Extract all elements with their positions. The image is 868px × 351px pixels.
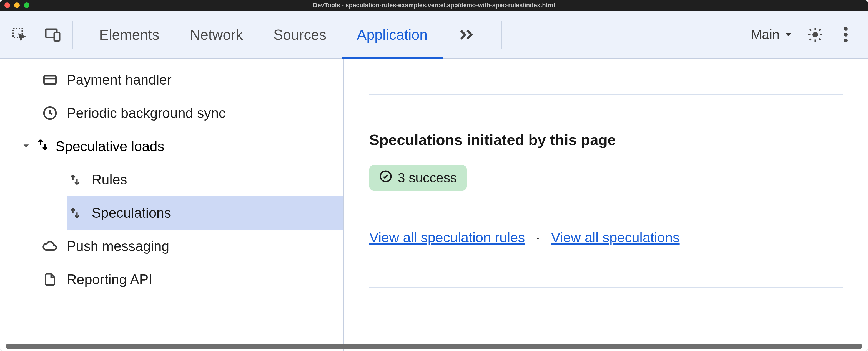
inspect-element-icon[interactable] xyxy=(11,26,28,43)
fullscreen-window-button[interactable] xyxy=(24,2,29,8)
svg-point-6 xyxy=(844,39,848,42)
chevron-down-icon xyxy=(783,27,793,42)
toolbar-divider xyxy=(501,21,502,48)
close-window-button[interactable] xyxy=(4,2,10,8)
target-selector[interactable]: Main xyxy=(751,27,793,42)
titlebar: DevTools - speculation-rules-examples.ve… xyxy=(0,0,868,10)
sidebar-label: Notifications xyxy=(67,59,142,60)
separator-dot: · xyxy=(536,230,540,246)
more-menu-icon[interactable] xyxy=(837,26,854,43)
credit-card-icon xyxy=(42,73,58,87)
speculative-loads-icon xyxy=(67,207,83,219)
sidebar-item-payment-handler[interactable]: Payment handler xyxy=(0,63,343,97)
settings-icon[interactable] xyxy=(807,26,824,43)
sidebar-item-push-messaging[interactable]: Push messaging xyxy=(0,230,343,263)
sidebar-label: Speculative loads xyxy=(56,138,164,154)
minimize-window-button[interactable] xyxy=(14,2,20,8)
speculations-panel: Speculations initiated by this page 3 su… xyxy=(344,59,868,351)
sidebar-item-reporting-api[interactable]: Reporting API xyxy=(0,263,343,296)
sidebar-label: Reporting API xyxy=(67,272,152,287)
tab-sources[interactable]: Sources xyxy=(258,10,342,59)
svg-rect-7 xyxy=(44,76,56,84)
chevron-down-icon xyxy=(22,141,30,152)
check-circle-icon xyxy=(379,170,392,186)
svg-point-5 xyxy=(844,33,848,37)
panel-top-divider xyxy=(369,59,843,95)
devtools-toolbar: Elements Network Sources Application Mai… xyxy=(0,10,868,59)
cloud-icon xyxy=(42,239,58,254)
view-all-rules-link[interactable]: View all speculation rules xyxy=(369,230,525,246)
toolbar-divider xyxy=(72,21,73,48)
view-all-speculations-link[interactable]: View all speculations xyxy=(551,230,679,246)
sidebar-group-speculative-loads[interactable]: Speculative loads xyxy=(0,130,343,163)
tab-elements[interactable]: Elements xyxy=(84,10,175,59)
panel-bottom-divider xyxy=(369,287,843,288)
status-text: 3 success xyxy=(398,170,457,185)
horizontal-scrollbar[interactable] xyxy=(5,344,863,349)
status-badge-success: 3 success xyxy=(369,165,467,191)
sidebar-label: Push messaging xyxy=(67,238,169,254)
sidebar-item-speculations[interactable]: Speculations xyxy=(67,196,343,230)
svg-point-4 xyxy=(844,27,848,31)
application-sidebar[interactable]: Notifications Payment handler Periodic b… xyxy=(0,59,344,351)
tab-application[interactable]: Application xyxy=(342,10,443,59)
sidebar-label: Speculations xyxy=(92,205,171,221)
panel-tabs: Elements Network Sources Application xyxy=(84,10,490,59)
more-tabs-button[interactable] xyxy=(443,10,490,59)
document-icon xyxy=(42,273,58,286)
panel-links: View all speculation rules · View all sp… xyxy=(369,230,843,246)
panel-heading: Speculations initiated by this page xyxy=(369,95,843,148)
tab-network[interactable]: Network xyxy=(175,10,258,59)
device-toolbar-icon[interactable] xyxy=(44,26,61,43)
bell-icon xyxy=(42,59,58,60)
sidebar-label: Rules xyxy=(92,172,127,188)
window-title: DevTools - speculation-rules-examples.ve… xyxy=(313,2,555,9)
svg-point-3 xyxy=(813,32,817,37)
sidebar-label: Payment handler xyxy=(67,72,172,88)
sidebar-label: Periodic background sync xyxy=(67,105,226,121)
speculative-loads-icon xyxy=(67,174,83,186)
sidebar-item-notifications[interactable]: Notifications xyxy=(0,59,343,63)
window-controls xyxy=(4,2,29,8)
sidebar-item-periodic-sync[interactable]: Periodic background sync xyxy=(0,97,343,130)
clock-icon xyxy=(42,106,58,120)
main-area: Notifications Payment handler Periodic b… xyxy=(0,59,868,351)
sidebar-item-rules[interactable]: Rules xyxy=(67,163,343,196)
speculative-loads-icon xyxy=(36,138,50,155)
target-label: Main xyxy=(751,27,780,42)
svg-rect-2 xyxy=(54,32,60,41)
